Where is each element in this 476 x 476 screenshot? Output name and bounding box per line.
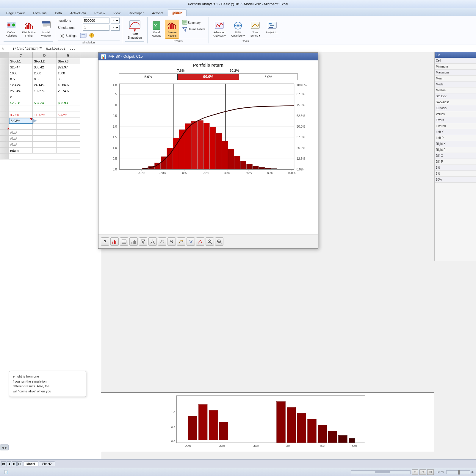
cell-d7[interactable] xyxy=(33,94,57,100)
cell-c9[interactable] xyxy=(9,106,33,112)
sidebar-row-mean[interactable]: Mean xyxy=(435,76,476,82)
chart-type-button[interactable] xyxy=(110,237,119,246)
cell-c12[interactable] xyxy=(9,124,33,130)
histogram-button[interactable] xyxy=(129,237,138,246)
cell-d8[interactable]: $37.34 xyxy=(33,100,57,106)
cell-e2[interactable]: $92.97 xyxy=(57,64,80,70)
filter-button2[interactable] xyxy=(187,237,195,246)
cell-e4[interactable]: 0.5 xyxy=(57,76,80,82)
simulations-input[interactable] xyxy=(83,25,109,31)
cell-e13[interactable] xyxy=(57,130,80,136)
col-header-d[interactable]: D xyxy=(33,52,57,58)
define-relations-button[interactable]: DefineRelations xyxy=(4,20,19,39)
page-break-btn[interactable]: ⊠ xyxy=(427,469,434,475)
cell-d13[interactable] xyxy=(33,130,57,136)
cell-c16[interactable]: return xyxy=(9,148,33,154)
cell-e9[interactable] xyxy=(57,106,80,112)
sidebar-row-lft2[interactable]: Left P xyxy=(435,135,476,141)
col-header-e[interactable]: E xyxy=(57,52,80,58)
cell-d10[interactable]: 11.72% xyxy=(33,112,57,118)
tab-review[interactable]: Review xyxy=(90,10,109,16)
cell-c13[interactable]: #N/A xyxy=(9,130,33,136)
cell-e1[interactable]: Stock3 xyxy=(57,58,80,64)
tab-acrobat[interactable]: Acrobat xyxy=(148,10,167,16)
sidebar-row-max[interactable]: Maximum xyxy=(435,70,476,76)
cell-e3[interactable]: 1500 xyxy=(57,70,80,76)
distribution-fitting-button[interactable]: DistributionFitting xyxy=(20,20,38,39)
cell-e10[interactable]: 6.42% xyxy=(57,112,80,118)
cell-d9[interactable] xyxy=(33,106,57,112)
cell-row17[interactable] xyxy=(9,154,80,159)
sidebar-row-err[interactable]: Errors xyxy=(435,117,476,123)
sidebar-row-10pct[interactable]: 10% xyxy=(435,177,476,183)
zoom-in-button[interactable] xyxy=(206,237,214,246)
tab-developer[interactable]: Developer xyxy=(125,10,148,16)
sheet-icon-btn[interactable]: 📄 xyxy=(4,470,8,474)
tab-activedata[interactable]: ActiveData xyxy=(66,10,90,16)
cell-d1[interactable]: Stock2 xyxy=(33,58,57,64)
project-button[interactable]: Project L... xyxy=(264,20,281,35)
sidebar-row-min[interactable]: Minimum xyxy=(435,64,476,70)
sidebar-row-skew[interactable]: Skewness xyxy=(435,99,476,105)
cell-d6[interactable]: 19.85% xyxy=(33,88,57,94)
cell-c4[interactable]: 0.5 xyxy=(9,76,33,82)
excel-reports-button[interactable]: X ExcelReports xyxy=(149,20,164,39)
sidebar-row-rgt1[interactable]: Right X xyxy=(435,141,476,147)
sheet-nav-prev[interactable]: ◀ xyxy=(7,461,11,466)
percent-button[interactable]: % xyxy=(167,237,176,246)
cell-e14[interactable] xyxy=(57,136,80,142)
sheet-tab-active[interactable]: Model xyxy=(23,461,38,466)
sidebar-row-dif2[interactable]: Diff P xyxy=(435,159,476,165)
cell-c15[interactable]: #N/A xyxy=(9,142,33,148)
cell-d2[interactable]: $33.42 xyxy=(33,64,57,70)
tab-data[interactable]: Data xyxy=(51,10,66,16)
sidebar-row-kurt[interactable]: Kurtosis xyxy=(435,105,476,111)
col-header-c[interactable]: C xyxy=(9,52,33,58)
summary-button[interactable]: Summary xyxy=(180,20,207,26)
bell-curve-button[interactable] xyxy=(196,237,204,246)
scatter-button[interactable] xyxy=(158,237,166,246)
h-scrollbar[interactable] xyxy=(351,470,411,474)
sidebar-row-mode[interactable]: Mode xyxy=(435,82,476,87)
cell-e7[interactable] xyxy=(57,94,80,100)
cell-e6[interactable]: 29.74% xyxy=(57,88,80,94)
risk-optimizer-button[interactable]: RISKOptimizer ▾ xyxy=(229,20,247,39)
cell-e12[interactable] xyxy=(57,124,80,130)
cell-c11-selected[interactable]: 8.03% xyxy=(9,118,33,124)
start-simulation-button[interactable]: StartSimulation xyxy=(125,18,145,41)
cell-e8[interactable]: $98.93 xyxy=(57,100,80,106)
zoom-slider[interactable] xyxy=(446,470,470,474)
cell-e5[interactable]: 16.86% xyxy=(57,82,80,88)
sheet-nav-last[interactable]: ⏭ xyxy=(17,461,22,466)
sheet-nav-first[interactable]: ⏮ xyxy=(1,461,6,466)
nav-arrows[interactable]: ◀ ▶ xyxy=(0,444,9,450)
sidebar-row-stdev[interactable]: Std Dev xyxy=(435,93,476,99)
normal-dist-button[interactable] xyxy=(148,237,157,246)
sidebar-row-dif1[interactable]: Diff X xyxy=(435,153,476,159)
cell-d12[interactable] xyxy=(33,124,57,130)
cell-c2[interactable]: $25.47 xyxy=(9,64,33,70)
overlay-button[interactable] xyxy=(177,237,185,246)
cell-e11[interactable] xyxy=(57,118,80,124)
cell-d14[interactable] xyxy=(33,136,57,142)
sidebar-row-5pct[interactable]: 5% xyxy=(435,171,476,177)
cell-c1[interactable]: Stock1 xyxy=(9,58,33,64)
sidebar-row-1pct[interactable]: 1% xyxy=(435,165,476,171)
simulations-dropdown[interactable]: ▼ xyxy=(111,25,120,31)
model-window-button[interactable]: ModelWindow xyxy=(39,20,53,39)
normal-view-btn[interactable]: ⊞ xyxy=(412,469,418,475)
cell-d3[interactable]: 2000 xyxy=(33,70,57,76)
define-filters-button[interactable]: Define Filters xyxy=(180,26,207,32)
sidebar-row-rgt2[interactable]: Right P xyxy=(435,147,476,153)
cell-c14[interactable]: #N/A xyxy=(9,136,33,142)
cell-c8[interactable]: $26.68 xyxy=(9,100,33,106)
sidebar-row-var[interactable]: Values xyxy=(435,111,476,117)
cell-c10[interactable]: 4.74% xyxy=(9,112,33,118)
dialog-title-bar[interactable]: 📊 @RISK - Output: C15 xyxy=(98,53,318,60)
time-series-button[interactable]: TimeSeries ▾ xyxy=(248,20,262,39)
zoom-out-button[interactable] xyxy=(215,237,223,246)
cell-c7[interactable]: e xyxy=(9,94,33,100)
cell-d4[interactable]: 0.5 xyxy=(33,76,57,82)
cell-d16[interactable] xyxy=(33,148,57,154)
advanced-analyses-button[interactable]: AdvancedAnalyses ▾ xyxy=(211,20,228,39)
